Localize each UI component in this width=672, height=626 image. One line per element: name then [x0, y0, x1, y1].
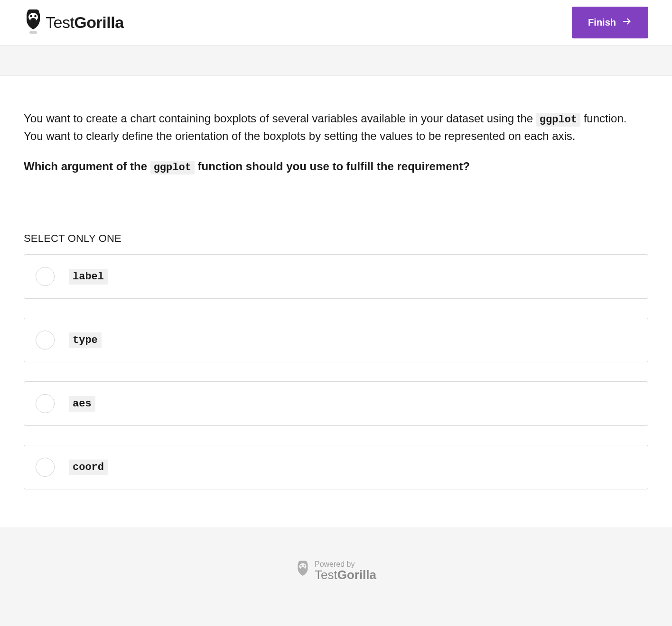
- radio-icon: [36, 331, 55, 350]
- powered-by-badge: Powered by TestGorilla: [296, 561, 376, 581]
- brand-logo: TestGorilla: [24, 9, 124, 36]
- option-label: aes: [69, 398, 95, 410]
- powered-by-brand: TestGorilla: [315, 569, 376, 581]
- footer: Powered by TestGorilla: [0, 527, 672, 626]
- gorilla-icon: [24, 9, 43, 36]
- option-label: type: [69, 334, 102, 346]
- question-prompt: You want to create a chart containing bo…: [24, 110, 648, 145]
- arrow-right-icon: [622, 16, 632, 29]
- svg-point-8: [304, 565, 305, 566]
- svg-point-2: [34, 15, 37, 17]
- svg-rect-4: [29, 31, 37, 34]
- question-bold-prompt: Which argument of the ggplot function sh…: [24, 158, 648, 175]
- option-label: label: [69, 271, 108, 283]
- svg-point-9: [300, 567, 305, 570]
- question-area: You want to create a chart containing bo…: [0, 76, 672, 527]
- svg-point-7: [300, 565, 302, 566]
- option-row[interactable]: type: [24, 318, 648, 362]
- option-row[interactable]: coord: [24, 445, 648, 489]
- svg-point-1: [30, 15, 32, 17]
- radio-icon: [36, 458, 55, 477]
- code-inline: ggplot: [536, 113, 580, 127]
- header: TestGorilla Finish: [0, 0, 672, 46]
- radio-icon: [36, 394, 55, 413]
- svg-point-3: [30, 18, 36, 22]
- option-row[interactable]: aes: [24, 381, 648, 426]
- brand-name: TestGorilla: [46, 13, 124, 32]
- finish-button[interactable]: Finish: [572, 7, 648, 38]
- radio-icon: [36, 267, 55, 286]
- option-row[interactable]: label: [24, 254, 648, 299]
- select-instruction: SELECT ONLY ONE: [24, 232, 648, 245]
- code-inline: ggplot: [150, 161, 195, 175]
- option-label: coord: [69, 461, 108, 473]
- sub-header-band: [0, 46, 672, 76]
- finish-button-label: Finish: [588, 17, 616, 28]
- gorilla-icon: [296, 561, 310, 581]
- options-list: label type aes coord: [24, 254, 648, 489]
